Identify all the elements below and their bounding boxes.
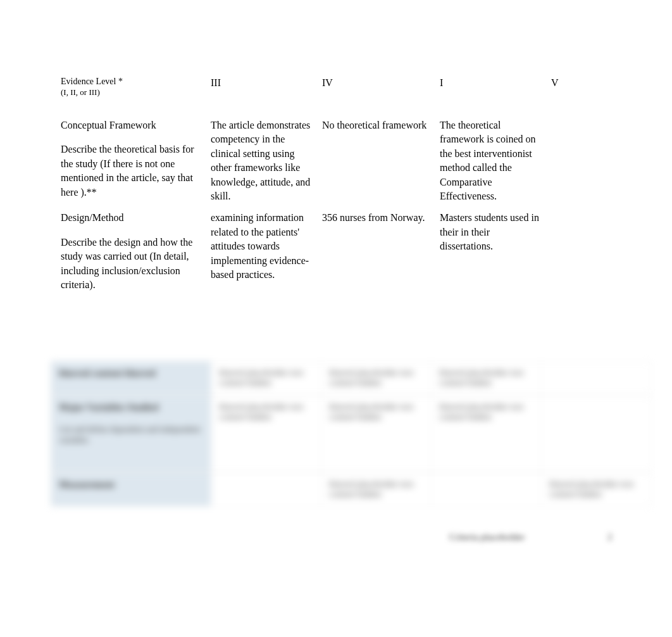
evidence-level-label: Evidence Level * (I, II, or III) <box>61 76 211 98</box>
footer-page-number: 2 <box>607 532 613 543</box>
blurred-cell: blurred placeholder text content hidden <box>321 473 431 506</box>
blurred-row-1: blurred content blurred blurred placehol… <box>51 361 652 395</box>
evidence-level-col-b: IV <box>322 76 440 90</box>
conceptual-framework-title: Conceptual Framework <box>61 118 204 132</box>
blurred-preview: blurred content blurred blurred placehol… <box>51 361 652 507</box>
blurred-cell: blurred placeholder text content hidden <box>431 362 541 394</box>
blurred-cell <box>541 362 651 394</box>
design-method-col-b: 356 nurses from Norway. <box>322 211 440 225</box>
conceptual-framework-col-b: No theoretical framework <box>322 118 440 132</box>
blurred-row-3-label: Measurement <box>51 473 211 506</box>
conceptual-framework-desc: Describe the theoretical basis for the s… <box>61 142 204 199</box>
blurred-cell: blurred placeholder text content hidden <box>321 362 431 394</box>
footer-text: Criteria placeholder <box>449 532 525 543</box>
evidence-level-subtitle: (I, II, or III) <box>61 87 204 98</box>
design-method-label: Design/Method Describe the design and ho… <box>61 211 211 292</box>
design-method-desc: Describe the design and how the study wa… <box>61 236 204 293</box>
conceptual-framework-label: Conceptual Framework Describe the theore… <box>61 118 211 199</box>
blurred-cell: blurred placeholder text content hidden <box>211 396 321 472</box>
evidence-level-col-a: III <box>211 76 322 90</box>
row-evidence-level: Evidence Level * (I, II, or III) III IV … <box>61 76 630 98</box>
blurred-cell: blurred placeholder text content hidden <box>431 396 541 472</box>
blurred-row-2-label: Major Variables Studied List and define … <box>51 396 211 472</box>
design-method-col-a: examining information related to the pat… <box>211 211 322 282</box>
design-method-col-c: Masters students used in their in their … <box>440 211 551 253</box>
blurred-cell <box>541 396 651 472</box>
blurred-row-3: Measurement blurred placeholder text con… <box>51 472 652 507</box>
row-design-method: Design/Method Describe the design and ho… <box>61 211 630 292</box>
conceptual-framework-col-c: The theoretical framework is coined on t… <box>440 118 551 203</box>
blurred-cell: blurred placeholder text content hidden <box>541 473 651 506</box>
evidence-table: Evidence Level * (I, II, or III) III IV … <box>61 76 630 311</box>
blurred-cell <box>211 473 321 506</box>
evidence-level-title: Evidence Level * <box>61 76 204 87</box>
row-conceptual-framework: Conceptual Framework Describe the theore… <box>61 118 630 203</box>
blurred-row-1-label: blurred content blurred <box>51 362 211 394</box>
evidence-level-col-d: V <box>551 76 614 90</box>
blurred-cell <box>431 473 541 506</box>
blurred-cell: blurred placeholder text content hidden <box>211 362 321 394</box>
evidence-level-col-c: I <box>440 76 551 90</box>
conceptual-framework-col-a: The article demonstrates competency in t… <box>211 118 322 203</box>
blurred-row-2: Major Variables Studied List and define … <box>51 395 652 472</box>
blurred-cell: blurred placeholder text content hidden <box>321 396 431 472</box>
design-method-title: Design/Method <box>61 211 204 225</box>
